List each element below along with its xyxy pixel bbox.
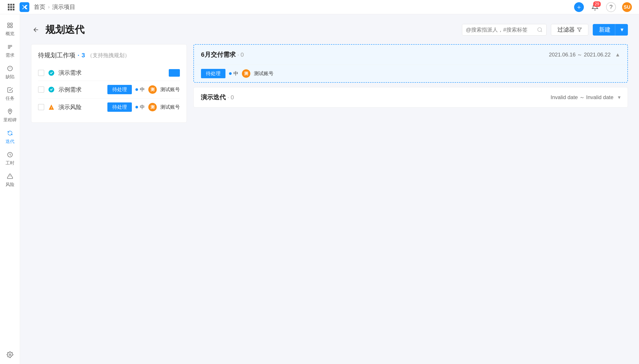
topbar: 首页 › 演示项目 ＋ 29 ? SU bbox=[0, 0, 639, 14]
milestones-icon bbox=[6, 108, 14, 116]
content-grid: 待规划工作项 · 3 （支持拖拽规划） 演示需求 bbox=[31, 44, 628, 123]
sidebar-item-overview[interactable]: 概览 bbox=[1, 19, 19, 39]
item-checkbox[interactable] bbox=[38, 104, 44, 110]
list-item: ! 演示风险 待处理 中 测 测试账号 bbox=[38, 98, 180, 116]
svg-rect-3 bbox=[11, 26, 12, 28]
unplanned-count-value: 3 bbox=[82, 52, 85, 59]
avatar[interactable]: SU bbox=[622, 2, 632, 12]
breadcrumb-separator: › bbox=[48, 4, 50, 10]
sidebar-item-milestones[interactable]: 里程碑 bbox=[1, 105, 19, 126]
main-content: 规划迭代 过滤器 新建 ▾ bbox=[20, 14, 639, 364]
sprint-panel: 6月交付需求 · 0 2021.06.16 ～ 2021.06.22 ▲ 待处理… bbox=[193, 44, 628, 108]
sprint-item-row: 待处理 中 测 测试账号 bbox=[194, 65, 627, 82]
sprint-card: 演示迭代 · 0 Invalid date ～ Invalid date ▾ bbox=[193, 87, 628, 108]
item-checkbox[interactable] bbox=[38, 86, 44, 93]
sprint-date: 2021.06.16 ～ 2021.06.22 bbox=[549, 51, 611, 58]
svg-rect-2 bbox=[8, 26, 9, 28]
back-button[interactable] bbox=[31, 25, 41, 35]
item-priority: 中 bbox=[135, 104, 145, 110]
sidebar-item-iterations[interactable]: 迭代 bbox=[1, 126, 19, 147]
item-name: 演示需求 bbox=[59, 69, 165, 77]
svg-rect-1 bbox=[11, 23, 12, 25]
breadcrumb-project[interactable]: 演示项目 bbox=[52, 3, 75, 11]
item-checkbox[interactable] bbox=[38, 70, 44, 76]
add-circle-button[interactable]: ＋ bbox=[574, 2, 584, 12]
unplanned-count: · bbox=[78, 52, 79, 59]
item-status-button[interactable]: 待处理 bbox=[107, 102, 132, 112]
sidebar-item-tasks[interactable]: 任务 bbox=[1, 83, 19, 104]
filter-label: 过滤器 bbox=[557, 26, 575, 34]
sprint-item-status[interactable]: 待处理 bbox=[201, 69, 225, 78]
tasks-icon bbox=[6, 86, 14, 94]
priority-label: 中 bbox=[233, 70, 238, 77]
help-button[interactable]: ? bbox=[606, 2, 616, 12]
sidebar-defects-label: 缺陷 bbox=[6, 74, 15, 80]
priority-dot bbox=[229, 72, 232, 75]
sidebar-requirements-label: 需求 bbox=[6, 52, 15, 58]
new-button[interactable]: 新建 ▾ bbox=[593, 24, 628, 36]
sidebar: 概览 需求 缺陷 任务 bbox=[0, 14, 20, 364]
item-status-box bbox=[169, 69, 180, 77]
sprint-count: · 0 bbox=[237, 51, 244, 58]
sidebar-iterations-label: 迭代 bbox=[6, 138, 15, 144]
sidebar-risks-label: 风险 bbox=[6, 182, 15, 188]
unplanned-header: 待规划工作项 · 3 （支持拖拽规划） bbox=[38, 51, 180, 60]
unplanned-title: 待规划工作项 bbox=[38, 51, 75, 60]
breadcrumb-home[interactable]: 首页 bbox=[34, 3, 45, 11]
chevron-down-icon: ▾ bbox=[618, 94, 620, 100]
sidebar-item-worktime[interactable]: 工时 bbox=[1, 148, 19, 169]
item-priority: 中 bbox=[135, 86, 145, 93]
requirement-icon bbox=[48, 69, 55, 76]
svg-point-8 bbox=[538, 28, 541, 31]
requirement-icon bbox=[48, 86, 55, 93]
sidebar-item-risks[interactable]: 风险 bbox=[1, 170, 19, 190]
sidebar-milestones-label: 里程碑 bbox=[3, 117, 17, 123]
sidebar-tasks-label: 任务 bbox=[6, 95, 15, 101]
sprint-item-priority: 中 bbox=[229, 70, 238, 77]
sprint-count: · 0 bbox=[227, 94, 234, 101]
topbar-right: ＋ 29 ? SU bbox=[574, 2, 632, 12]
plus-icon: ＋ bbox=[576, 3, 582, 11]
unplanned-panel: 待规划工作项 · 3 （支持拖拽规划） 演示需求 bbox=[31, 44, 187, 123]
priority-dot bbox=[135, 88, 138, 91]
sprint-item-assignee-name: 测试账号 bbox=[254, 70, 273, 77]
breadcrumb: 首页 › 演示项目 bbox=[34, 3, 75, 11]
sprint-header[interactable]: 6月交付需求 · 0 2021.06.16 ～ 2021.06.22 ▲ bbox=[194, 45, 627, 65]
assignee-name: 测试账号 bbox=[160, 86, 180, 93]
item-name: 示例需求 bbox=[59, 86, 104, 94]
sidebar-item-defects[interactable]: 缺陷 bbox=[1, 62, 19, 82]
question-icon: ? bbox=[609, 4, 612, 10]
sprint-header[interactable]: 演示迭代 · 0 Invalid date ～ Invalid date ▾ bbox=[194, 87, 628, 107]
sidebar-worktime-label: 工时 bbox=[6, 160, 15, 166]
search-input[interactable] bbox=[466, 27, 535, 33]
sprint-item-assignee: 测 bbox=[242, 69, 250, 78]
settings-button[interactable] bbox=[5, 350, 15, 360]
sidebar-overview-label: 概览 bbox=[6, 31, 15, 37]
sprint-card: 6月交付需求 · 0 2021.06.16 ～ 2021.06.22 ▲ 待处理… bbox=[193, 44, 628, 83]
notification-button[interactable]: 29 bbox=[590, 2, 600, 12]
apps-grid-icon[interactable] bbox=[7, 3, 15, 11]
list-item: 示例需求 待处理 中 测 测试账号 bbox=[38, 81, 180, 98]
overview-icon bbox=[6, 21, 14, 29]
sidebar-item-requirements[interactable]: 需求 bbox=[1, 40, 19, 61]
page-title: 规划迭代 bbox=[45, 23, 85, 36]
svg-point-5 bbox=[9, 110, 11, 112]
svg-text:!: ! bbox=[51, 106, 52, 110]
sprint-date: Invalid date ～ Invalid date bbox=[550, 94, 613, 101]
defects-icon bbox=[6, 64, 14, 72]
filter-icon bbox=[577, 27, 582, 32]
search-box[interactable] bbox=[462, 24, 546, 36]
page-header: 规划迭代 过滤器 新建 ▾ bbox=[31, 23, 628, 36]
priority-label: 中 bbox=[140, 86, 145, 93]
new-button-label: 新建 bbox=[599, 26, 614, 34]
new-btn-divider bbox=[615, 24, 615, 36]
item-assignee: 测 bbox=[148, 103, 157, 111]
filter-button[interactable]: 过滤器 bbox=[551, 24, 588, 36]
requirements-icon bbox=[6, 43, 14, 51]
worktime-icon bbox=[6, 151, 14, 159]
chevron-up-icon: ▲ bbox=[615, 52, 620, 58]
chevron-down-icon: ▾ bbox=[616, 26, 628, 33]
item-name: 演示风险 bbox=[59, 103, 104, 111]
item-status-button[interactable]: 待处理 bbox=[107, 85, 132, 94]
risk-icon: ! bbox=[48, 104, 55, 111]
